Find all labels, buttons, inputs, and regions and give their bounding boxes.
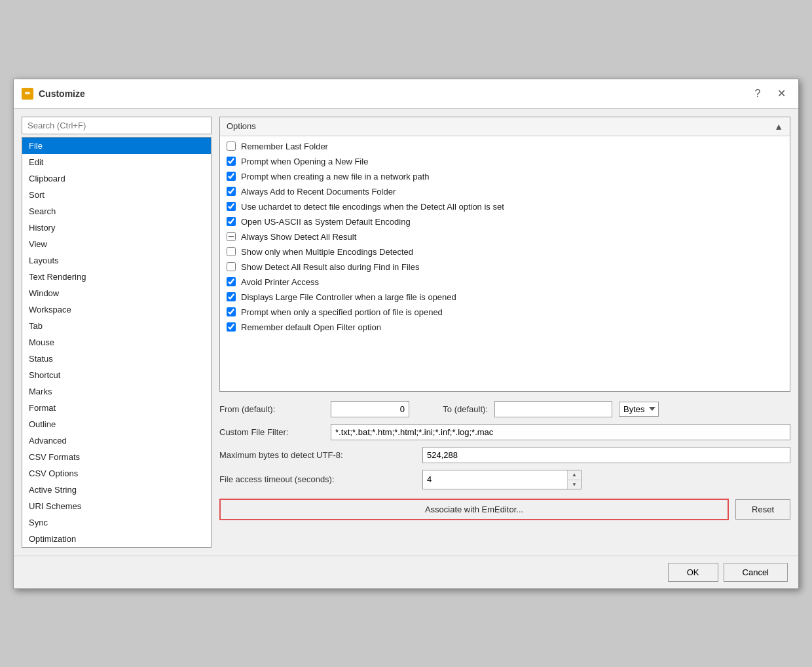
option-label-3: Always Add to Recent Documents Folder: [241, 187, 396, 197]
option-label-12: Remember default Open Filter option: [241, 322, 381, 332]
option-row-6: Always Show Detect All Result: [220, 229, 790, 244]
option-checkbox-4[interactable]: [227, 202, 236, 211]
option-checkbox-0[interactable]: [227, 142, 236, 151]
ok-button[interactable]: OK: [668, 563, 718, 582]
option-label-9: Avoid Printer Access: [241, 277, 319, 287]
utf8-input[interactable]: [422, 447, 790, 463]
nav-item-advanced[interactable]: Advanced: [22, 432, 211, 449]
options-header: Options ▲: [220, 117, 790, 136]
option-row-5: Open US-ASCII as System Default Encoding: [220, 214, 790, 229]
timeout-label: File access timeout (seconds):: [219, 474, 416, 484]
option-checkbox-11[interactable]: [227, 307, 236, 316]
content-area: FileEditClipboardSortSearchHistoryViewLa…: [14, 109, 798, 556]
nav-item-history[interactable]: History: [22, 219, 211, 236]
title-bar-right: ? ✕: [748, 85, 790, 103]
nav-item-search[interactable]: Search: [22, 203, 211, 219]
timeout-input[interactable]: [423, 470, 567, 489]
options-box: Options ▲ Remember Last FolderPrompt whe…: [219, 117, 790, 392]
nav-item-file[interactable]: File: [22, 138, 211, 154]
option-label-7: Show only when Multiple Encodings Detect…: [241, 247, 413, 257]
option-row-9: Avoid Printer Access: [220, 275, 790, 290]
option-row-0: Remember Last Folder: [220, 139, 790, 154]
filter-label: Custom File Filter:: [219, 427, 324, 437]
option-label-10: Displays Large File Controller when a la…: [241, 292, 456, 302]
associate-button[interactable]: Associate with EmEditor...: [219, 499, 729, 520]
option-checkbox-5[interactable]: [227, 217, 236, 226]
option-checkbox-3[interactable]: [227, 187, 236, 196]
filter-row: Custom File Filter:: [219, 424, 790, 440]
title-bar: ✏ Customize ? ✕: [14, 79, 798, 109]
nav-item-status[interactable]: Status: [22, 351, 211, 367]
spinner-up-button[interactable]: ▲: [568, 470, 581, 480]
to-input[interactable]: [494, 401, 612, 417]
nav-item-marks[interactable]: Marks: [22, 383, 211, 400]
nav-item-view[interactable]: View: [22, 236, 211, 252]
units-select[interactable]: Bytes KB MB: [619, 402, 659, 417]
option-row-11: Prompt when only a specified portion of …: [220, 305, 790, 320]
cancel-button[interactable]: Cancel: [724, 563, 788, 582]
dialog-window: ✏ Customize ? ✕ FileEditClipboardSortSea…: [13, 79, 799, 589]
nav-item-sort[interactable]: Sort: [22, 187, 211, 203]
nav-item-active-string[interactable]: Active String: [22, 482, 211, 498]
nav-item-csv-formats[interactable]: CSV Formats: [22, 449, 211, 465]
form-section: From (default): To (default): Bytes KB M…: [219, 398, 790, 523]
title-bar-left: ✏ Customize: [22, 88, 85, 100]
option-checkbox-2[interactable]: [227, 172, 236, 181]
nav-item-shortcut[interactable]: Shortcut: [22, 367, 211, 383]
option-label-6: Always Show Detect All Result: [241, 232, 356, 242]
option-label-8: Show Detect All Result also during Find …: [241, 262, 419, 272]
collapse-icon[interactable]: ▲: [774, 121, 783, 132]
search-input[interactable]: [22, 117, 212, 134]
option-checkbox-10[interactable]: [227, 292, 236, 301]
nav-item-layouts[interactable]: Layouts: [22, 252, 211, 269]
option-row-3: Always Add to Recent Documents Folder: [220, 184, 790, 199]
options-scroll[interactable]: Remember Last FolderPrompt when Opening …: [220, 136, 790, 391]
option-row-10: Displays Large File Controller when a la…: [220, 290, 790, 305]
filter-input[interactable]: [331, 424, 790, 440]
option-checkbox-7[interactable]: [227, 247, 236, 256]
option-checkbox-9[interactable]: [227, 277, 236, 286]
from-to-row: From (default): To (default): Bytes KB M…: [219, 401, 790, 417]
nav-item-format[interactable]: Format: [22, 400, 211, 416]
nav-item-uri-schemes[interactable]: URI Schemes: [22, 498, 211, 514]
reset-button[interactable]: Reset: [735, 499, 790, 520]
nav-item-sync[interactable]: Sync: [22, 514, 211, 531]
timeout-spinner: ▲ ▼: [422, 470, 581, 489]
nav-item-mouse[interactable]: Mouse: [22, 334, 211, 351]
options-title: Options: [227, 121, 256, 131]
option-label-1: Prompt when Opening a New File: [241, 157, 368, 166]
option-label-5: Open US-ASCII as System Default Encoding: [241, 217, 411, 227]
option-checkbox-1[interactable]: [227, 157, 236, 166]
to-label: To (default):: [416, 404, 488, 414]
nav-item-outline[interactable]: Outline: [22, 416, 211, 432]
utf8-row: Maximum bytes to detect UTF-8:: [219, 447, 790, 463]
close-button[interactable]: ✕: [772, 85, 790, 103]
dialog-footer: OK Cancel: [14, 556, 798, 588]
nav-item-window[interactable]: Window: [22, 285, 211, 301]
nav-item-optimization[interactable]: Optimization: [22, 531, 211, 547]
nav-item-clipboard[interactable]: Clipboard: [22, 170, 211, 187]
nav-item-edit[interactable]: Edit: [22, 154, 211, 170]
nav-item-text-rendering[interactable]: Text Rendering: [22, 269, 211, 285]
option-label-11: Prompt when only a specified portion of …: [241, 307, 443, 317]
option-label-2: Prompt when creating a new file in a net…: [241, 172, 430, 181]
option-checkbox-12[interactable]: [227, 322, 236, 332]
option-checkbox-6[interactable]: [227, 232, 236, 241]
option-row-7: Show only when Multiple Encodings Detect…: [220, 244, 790, 259]
help-button[interactable]: ?: [748, 85, 767, 103]
app-icon: ✏: [22, 88, 33, 100]
right-panel: Options ▲ Remember Last FolderPrompt whe…: [219, 117, 790, 548]
spinner-down-button[interactable]: ▼: [568, 480, 581, 489]
nav-item-workspace[interactable]: Workspace: [22, 301, 211, 318]
spinner-buttons: ▲ ▼: [567, 470, 581, 489]
option-row-4: Use uchardet to detect file encodings wh…: [220, 199, 790, 214]
action-button-row: Associate with EmEditor... Reset: [219, 499, 790, 520]
nav-item-csv-options[interactable]: CSV Options: [22, 465, 211, 482]
option-label-0: Remember Last Folder: [241, 142, 328, 151]
from-input[interactable]: [331, 401, 409, 417]
option-checkbox-8[interactable]: [227, 262, 236, 271]
nav-item-tab[interactable]: Tab: [22, 318, 211, 334]
from-label: From (default):: [219, 404, 324, 414]
left-panel: FileEditClipboardSortSearchHistoryViewLa…: [22, 117, 212, 548]
option-row-1: Prompt when Opening a New File: [220, 154, 790, 169]
